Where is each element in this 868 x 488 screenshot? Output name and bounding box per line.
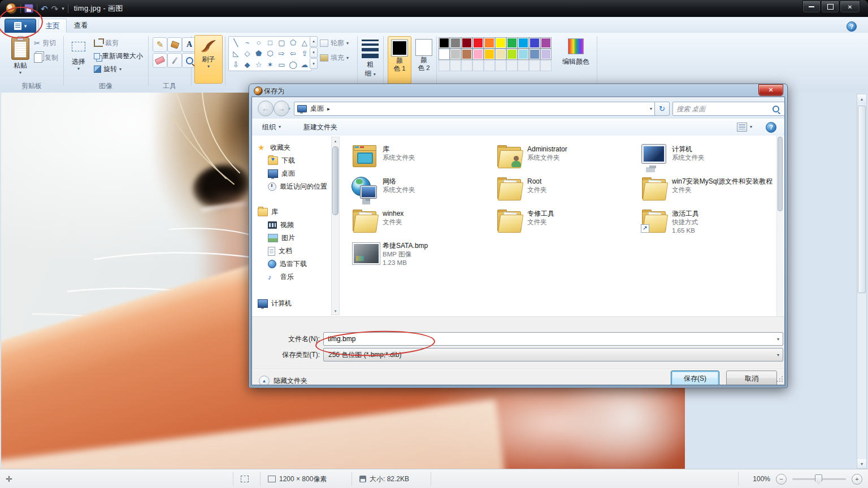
shape-tool[interactable]: ⇦ [290, 49, 296, 58]
palette-swatch[interactable] [450, 49, 461, 60]
palette-swatch[interactable] [461, 37, 472, 49]
sidebar-item-desktop[interactable]: 桌面 [258, 167, 331, 180]
shape-tool[interactable]: ▭ [278, 60, 285, 69]
palette-empty-slot[interactable] [450, 60, 461, 71]
brushes-button[interactable]: 刷子 ▾ [194, 35, 223, 84]
sidebar-scrollbar[interactable]: ▴ ▾ [331, 137, 340, 315]
palette-swatch[interactable] [506, 49, 518, 60]
palette-swatch[interactable] [529, 37, 540, 49]
palette-swatch[interactable] [518, 37, 529, 49]
shape-tool[interactable]: ⬟ [255, 49, 262, 58]
recent-locations-caret-icon[interactable]: ▾ [288, 106, 290, 111]
color2-button[interactable]: 颜 色 2 [413, 36, 435, 83]
minimize-button[interactable] [802, 1, 821, 13]
address-dropdown-caret-icon[interactable]: ▾ [650, 106, 652, 111]
breadcrumb-location[interactable]: 桌面 [310, 104, 324, 114]
shape-tool[interactable]: ⬠ [290, 38, 296, 47]
paste-button[interactable]: 粘贴 ▾ [8, 35, 33, 74]
file-item-mysql-folder[interactable]: win7安装MySql源文件和安装教程 文件夹 [641, 176, 783, 201]
file-item-winhex[interactable]: winhex 文件夹 [351, 208, 494, 233]
sidebar-item-favorites[interactable]: ★ 收藏夹 [258, 141, 331, 154]
search-box[interactable] [672, 102, 785, 116]
resize-grip[interactable] [776, 376, 783, 383]
dialog-close-button[interactable]: ✕ [758, 84, 783, 96]
scroll-down-arrow-icon[interactable]: ▾ [857, 459, 866, 468]
palette-swatch[interactable] [484, 49, 495, 60]
resize-button[interactable]: 重新调整大小 [94, 51, 143, 61]
search-input[interactable] [673, 105, 772, 113]
address-bar[interactable]: 桌面 ▸ ▾ [294, 102, 656, 116]
shape-tool[interactable]: ~ [245, 38, 250, 47]
new-folder-button[interactable]: 新建文件夹 [298, 120, 343, 134]
sidebar-item-computer[interactable]: 计算机 [258, 297, 331, 310]
file-item-libraries[interactable]: 库 系统文件夹 [351, 143, 494, 168]
titlebar[interactable]: ↶ ↷ ▾ timg.jpg - 画图 ✕ [0, 0, 868, 17]
zoom-slider[interactable] [792, 478, 846, 480]
palette-swatch[interactable] [518, 49, 529, 60]
organize-button[interactable]: 组织 ▾ [257, 120, 287, 134]
outline-button[interactable]: 轮廓▾ [320, 38, 349, 48]
rotate-button[interactable]: 旋转 ▾ [94, 64, 121, 74]
scrollbar-thumb[interactable] [332, 146, 338, 215]
shape-tool[interactable]: ☁ [301, 60, 308, 69]
select-button[interactable]: 选择 ▾ [67, 35, 90, 70]
sidebar-item-libraries[interactable]: 库 [258, 206, 331, 219]
canvas-vertical-scrollbar[interactable]: ▴ ▾ [857, 94, 867, 469]
eraser-tool-button[interactable] [153, 53, 167, 68]
palette-swatch[interactable] [495, 49, 506, 60]
file-item-root[interactable]: Root 文件夹 [496, 176, 639, 201]
file-item-computer[interactable]: 计算机 系统文件夹 [641, 143, 783, 168]
palette-swatch[interactable] [540, 37, 552, 49]
palette-swatch[interactable] [461, 49, 472, 60]
palette-swatch[interactable] [529, 49, 540, 60]
sidebar-item-music[interactable]: ♪ 音乐 [258, 271, 331, 284]
shape-tool[interactable]: ╲ [233, 38, 238, 47]
dialog-help-icon[interactable]: ? [766, 122, 776, 133]
sidebar-item-recent-places[interactable]: 最近访问的位置 [258, 180, 331, 193]
shapes-expand-button[interactable]: ▾ [310, 58, 318, 69]
palette-swatch[interactable] [484, 37, 495, 49]
palette-swatch[interactable] [472, 49, 484, 60]
file-list-scrollbar[interactable] [776, 136, 783, 316]
shapes-scroll-down-button[interactable]: ▾ [310, 47, 318, 58]
filename-dropdown-caret-icon[interactable]: ▾ [774, 333, 783, 345]
pencil-tool-button[interactable]: ✎ [153, 37, 167, 52]
sidebar-item-downloads[interactable]: 下载 [258, 154, 331, 167]
palette-empty-slot[interactable] [439, 60, 450, 71]
palette-swatch[interactable] [540, 49, 552, 60]
view-options-button[interactable]: ▾ [735, 120, 754, 134]
palette-swatch[interactable] [472, 37, 484, 49]
palette-empty-slot[interactable] [461, 60, 472, 71]
shape-tool[interactable]: ⇩ [233, 60, 239, 69]
palette-empty-slot[interactable] [529, 60, 540, 71]
palette-swatch[interactable] [495, 37, 506, 49]
edit-colors-button[interactable]: 编辑颜色 [558, 38, 593, 67]
shape-tool[interactable]: ◺ [233, 49, 238, 58]
size-button[interactable]: 粗 [357, 60, 383, 69]
palette-empty-slot[interactable] [484, 60, 495, 71]
shape-tool[interactable]: ◯ [289, 60, 297, 69]
sidebar-item-pictures[interactable]: 图片 [258, 232, 331, 245]
back-button[interactable]: ← [258, 101, 274, 116]
color1-button[interactable]: 颜 色 1 [388, 36, 411, 84]
file-item-administrator[interactable]: Administrator 系统文件夹 [496, 143, 639, 168]
maximize-button[interactable] [821, 1, 839, 13]
shape-tool[interactable]: ✶ [267, 60, 274, 69]
color-picker-tool-button[interactable] [167, 53, 182, 68]
refresh-button[interactable]: ↻ [654, 102, 670, 116]
zoom-out-button[interactable]: − [776, 474, 787, 485]
help-icon[interactable]: ? [847, 21, 857, 32]
shape-tool[interactable]: ⇨ [279, 49, 285, 58]
copy-button[interactable]: 复制 [34, 53, 58, 63]
crop-button[interactable]: 裁剪 [94, 38, 119, 48]
shape-tool[interactable]: ⬡ [267, 49, 273, 58]
save-button[interactable]: 保存(S) [671, 371, 719, 385]
cancel-button[interactable]: 取消 [726, 371, 777, 385]
size-button-line2[interactable]: 细 ▾ [357, 69, 383, 79]
scroll-up-arrow-icon[interactable]: ▴ [857, 94, 866, 103]
undo-icon[interactable]: ↶ [41, 5, 48, 13]
file-item-repair-tools[interactable]: 专修工具 文件夹 [496, 208, 639, 233]
scrollbar-thumb[interactable] [778, 137, 783, 211]
file-item-bmp[interactable]: 希捷SATA.bmp BMP 图像 1.23 MB [351, 240, 494, 267]
file-item-network[interactable]: 网络 系统文件夹 [351, 176, 494, 201]
